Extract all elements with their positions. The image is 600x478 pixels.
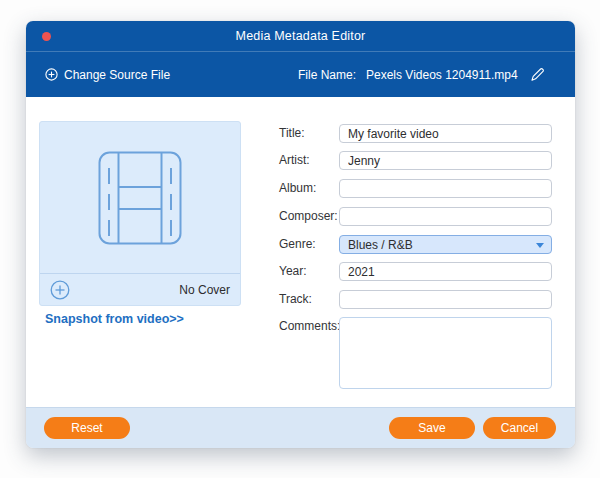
- footer-bar: Reset Save Cancel: [26, 407, 575, 448]
- window-title: Media Metadata Editor: [236, 29, 366, 43]
- file-name-value: Pexels Videos 1204911.mp4: [366, 68, 518, 82]
- title-label: Title:: [279, 126, 305, 140]
- title-input[interactable]: [339, 124, 552, 143]
- chevron-down-icon: [536, 243, 544, 248]
- toolbar: Change Source File File Name: Pexels Vid…: [26, 52, 575, 97]
- cancel-button[interactable]: Cancel: [483, 417, 556, 439]
- year-input[interactable]: [339, 262, 552, 281]
- file-name-label: File Name:: [298, 68, 356, 82]
- cover-preview: [40, 122, 240, 274]
- genre-select[interactable]: Blues / R&B: [339, 235, 552, 254]
- year-label: Year:: [279, 264, 307, 278]
- content-area: No Cover Snapshot from video>> Title: Ar…: [26, 97, 575, 407]
- no-cover-label: No Cover: [179, 283, 230, 297]
- comments-textarea[interactable]: [339, 317, 552, 389]
- track-label: Track:: [279, 292, 312, 306]
- add-cover-button[interactable]: [50, 280, 70, 300]
- genre-selected-value: Blues / R&B: [348, 238, 413, 252]
- film-strip-icon: [98, 151, 182, 245]
- footer-right-buttons: Save Cancel: [389, 417, 556, 439]
- change-source-file-label: Change Source File: [64, 68, 170, 82]
- genre-label: Genre:: [279, 237, 316, 251]
- comments-label: Comments:: [279, 319, 340, 333]
- composer-label: Composer:: [279, 209, 338, 223]
- artist-input[interactable]: [339, 151, 552, 170]
- cover-actions-bar: No Cover: [40, 273, 240, 305]
- save-button[interactable]: Save: [389, 417, 475, 439]
- media-metadata-editor-window: Media Metadata Editor Change Source File…: [26, 21, 575, 448]
- change-source-file-button[interactable]: Change Source File: [45, 52, 170, 97]
- cover-art-panel: No Cover: [39, 121, 241, 306]
- artist-label: Artist:: [279, 153, 310, 167]
- file-name-group: File Name: Pexels Videos 1204911.mp4: [298, 52, 545, 97]
- close-window-button[interactable]: [42, 32, 51, 41]
- reset-button[interactable]: Reset: [44, 417, 130, 439]
- track-input[interactable]: [339, 290, 552, 309]
- album-input[interactable]: [339, 179, 552, 198]
- edit-file-name-icon[interactable]: [530, 67, 545, 82]
- desktop-background: Media Metadata Editor Change Source File…: [0, 0, 600, 478]
- album-label: Album:: [279, 181, 316, 195]
- window-titlebar: Media Metadata Editor: [26, 21, 575, 52]
- snapshot-from-video-link[interactable]: Snapshot from video>>: [45, 312, 184, 326]
- composer-input[interactable]: [339, 207, 552, 226]
- add-circle-icon: [45, 68, 58, 81]
